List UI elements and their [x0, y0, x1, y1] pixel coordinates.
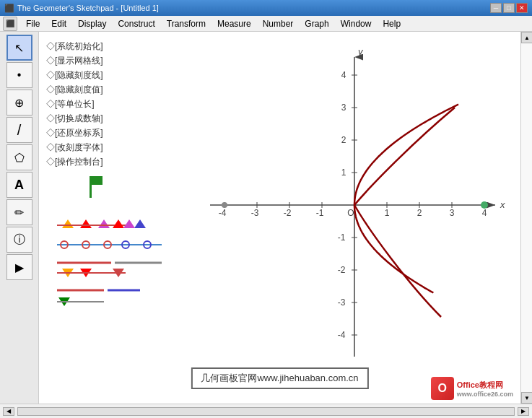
- canvas-area[interactable]: ◇[系统初始化] ◇[显示网格线] ◇[隐藏刻度线] ◇[隐藏刻度值] ◇[等单…: [39, 32, 520, 404]
- scroll-track[interactable]: [521, 43, 532, 392]
- scroll-left-button[interactable]: ◀: [3, 407, 14, 416]
- window-title: The Geometer's Sketchpad - [Untitled 1]: [17, 4, 159, 12]
- text-item-7: ◇[还原坐标系]: [46, 126, 103, 140]
- title-bar-controls: ─ □ ✕: [490, 3, 528, 13]
- watermark: 几何画板官网www.jihehuaban.com.cn: [191, 367, 368, 389]
- symbol-diagram: [46, 176, 183, 335]
- menu-edit[interactable]: Edit: [45, 17, 72, 30]
- menu-window[interactable]: Window: [335, 17, 378, 30]
- scroll-right-button[interactable]: ▶: [518, 407, 529, 416]
- parabola-curve: (function() { var pts = []; for (var t =…: [203, 46, 506, 364]
- menu-bar: ⬛ File Edit Display Construct Transform …: [0, 16, 532, 32]
- svg-marker-7: [123, 219, 135, 228]
- graph-canvas: -4 -3 -2 -1 O 1 2 3 4 4: [203, 46, 506, 364]
- text-item-6: ◇[切换成数轴]: [46, 111, 103, 126]
- text-tool[interactable]: A: [6, 172, 32, 198]
- minimize-button[interactable]: ─: [490, 3, 502, 13]
- scroll-down-button[interactable]: ▼: [521, 392, 532, 404]
- office-icon: O: [431, 377, 454, 400]
- main-content: ↖ • ⊕ / ⬠ A ✏ ⓘ ▶ ◇[系统初始化] ◇[显示网格线] ◇[隐藏…: [0, 32, 532, 404]
- office-logo-area: O Office教程网 www.office26.com: [431, 377, 513, 400]
- menu-display[interactable]: Display: [72, 17, 112, 30]
- polygon-tool[interactable]: ⬠: [6, 144, 32, 170]
- menu-construct[interactable]: Construct: [112, 17, 160, 30]
- scroll-up-button[interactable]: ▲: [521, 32, 532, 43]
- svg-marker-3: [80, 219, 92, 228]
- office-logo-text: Office教程网 www.office26.com: [457, 380, 513, 398]
- app-icon: ⬛: [4, 4, 14, 13]
- maximize-button[interactable]: □: [503, 3, 515, 13]
- menu-icon[interactable]: ⬛: [3, 17, 17, 31]
- scrollbar-right[interactable]: ▲ ▼: [520, 32, 532, 404]
- toolbar: ↖ • ⊕ / ⬠ A ✏ ⓘ ▶: [0, 32, 39, 404]
- text-item-2: ◇[显示网格线]: [46, 53, 103, 68]
- info-tool[interactable]: ⓘ: [6, 227, 32, 253]
- menu-measure[interactable]: Measure: [212, 17, 257, 30]
- text-item-9: ◇[操作控制台]: [46, 154, 103, 169]
- title-bar: ⬛ The Geometer's Sketchpad - [Untitled 1…: [0, 0, 532, 16]
- horizontal-scrollbar[interactable]: [17, 407, 515, 416]
- text-item-5: ◇[等单位长]: [46, 97, 103, 111]
- select-tool[interactable]: ↖: [6, 35, 32, 61]
- symbol-area: [46, 176, 183, 335]
- close-button[interactable]: ✕: [516, 3, 528, 13]
- text-item-8: ◇[改刻度字体]: [46, 140, 103, 154]
- text-item-3: ◇[隐藏刻度线]: [46, 68, 103, 82]
- svg-marker-8: [134, 219, 146, 228]
- svg-rect-1: [90, 176, 103, 185]
- title-bar-left: ⬛ The Geometer's Sketchpad - [Untitled 1…: [4, 4, 159, 13]
- watermark-text: 几何画板官网www.jihehuaban.com.cn: [201, 373, 358, 383]
- line-tool[interactable]: /: [6, 117, 32, 143]
- play-tool[interactable]: ▶: [6, 254, 32, 280]
- svg-marker-2: [62, 219, 74, 228]
- menu-file[interactable]: File: [20, 17, 45, 30]
- text-item-4: ◇[隐藏刻度值]: [46, 82, 103, 97]
- pencil-tool[interactable]: ✏: [6, 199, 32, 225]
- text-list: ◇[系统初始化] ◇[显示网格线] ◇[隐藏刻度线] ◇[隐藏刻度值] ◇[等单…: [46, 39, 103, 169]
- point-tool[interactable]: •: [6, 62, 32, 88]
- status-bar: ◀ ▶: [0, 404, 532, 418]
- menu-help[interactable]: Help: [377, 17, 406, 30]
- svg-marker-6: [113, 219, 124, 228]
- menu-number[interactable]: Number: [257, 17, 300, 30]
- compass-tool[interactable]: ⊕: [6, 90, 32, 116]
- menu-transform[interactable]: Transform: [161, 17, 212, 30]
- svg-marker-4: [98, 219, 110, 228]
- menu-graph[interactable]: Graph: [299, 17, 334, 30]
- text-item-1: ◇[系统初始化]: [46, 39, 103, 53]
